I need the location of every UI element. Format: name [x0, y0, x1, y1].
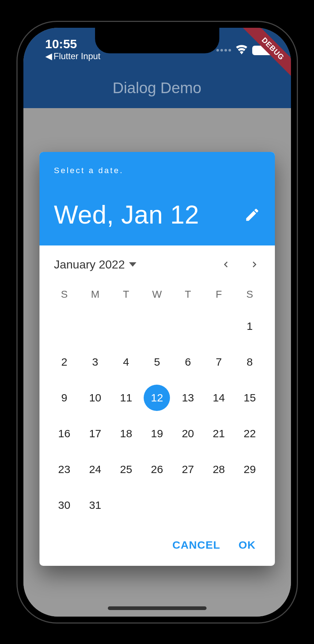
day-cell[interactable]: 14 — [206, 385, 232, 411]
dow-label: T — [113, 285, 139, 304]
dow-label: T — [175, 285, 201, 304]
prev-month-button[interactable] — [220, 259, 232, 270]
month-nav-arrows — [220, 259, 260, 270]
day-cell[interactable]: 15 — [237, 385, 263, 411]
day-cell[interactable]: 31 — [82, 492, 108, 518]
date-picker-body: January 2022 — [39, 245, 275, 529]
app-bar: Dialog Demo — [23, 68, 291, 108]
dow-label: W — [144, 285, 170, 304]
body-area: Select a date. Wed, Jan 12 January 2022 — [23, 108, 291, 617]
day-cell[interactable]: 7 — [206, 349, 232, 375]
back-label: Flutter Input — [54, 51, 101, 61]
day-cell[interactable]: 27 — [175, 456, 201, 483]
phone-frame: DEBUG 10:55 ◀ Flutter Input — [16, 21, 298, 624]
day-cell[interactable]: 20 — [175, 420, 201, 447]
breadcrumb-back[interactable]: ◀ Flutter Input — [45, 51, 101, 61]
date-picker-dialog: Select a date. Wed, Jan 12 January 2022 — [39, 152, 275, 566]
device-notch — [95, 28, 219, 53]
home-indicator[interactable] — [108, 606, 207, 610]
day-cell[interactable]: 22 — [237, 420, 263, 447]
day-cell[interactable]: 11 — [113, 385, 139, 411]
dow-label: F — [206, 285, 232, 304]
status-time: 10:55 — [45, 37, 101, 51]
day-cell-empty — [113, 313, 139, 339]
page-title: Dialog Demo — [113, 79, 201, 97]
day-cell[interactable]: 4 — [113, 349, 139, 375]
device-screen: DEBUG 10:55 ◀ Flutter Input — [23, 28, 291, 617]
day-cell[interactable]: 26 — [144, 456, 170, 483]
day-cell[interactable]: 30 — [51, 492, 77, 518]
day-cell-empty — [51, 313, 77, 339]
chevron-left-icon — [220, 259, 232, 270]
next-month-button[interactable] — [249, 259, 260, 270]
back-triangle-icon: ◀ — [45, 51, 52, 61]
day-cell-empty — [144, 313, 170, 339]
selected-date-label: Wed, Jan 12 — [54, 200, 199, 229]
day-cell[interactable]: 3 — [82, 349, 108, 375]
day-cell[interactable]: 9 — [51, 385, 77, 411]
month-nav-row: January 2022 — [49, 253, 265, 282]
day-cell[interactable]: 17 — [82, 420, 108, 447]
cancel-button[interactable]: CANCEL — [173, 539, 220, 551]
day-cell[interactable]: 6 — [175, 349, 201, 375]
dialog-actions: CANCEL OK — [39, 529, 275, 566]
day-cell[interactable]: 25 — [113, 456, 139, 483]
day-cell[interactable]: 23 — [51, 456, 77, 483]
dow-label: S — [237, 285, 263, 304]
status-left: 10:55 ◀ Flutter Input — [45, 37, 101, 61]
day-cell-empty — [82, 313, 108, 339]
day-cell[interactable]: 10 — [82, 385, 108, 411]
month-year-selector[interactable]: January 2022 — [54, 258, 137, 271]
dow-label: S — [51, 285, 77, 304]
edit-icon[interactable] — [244, 207, 260, 223]
day-cell-empty — [175, 313, 201, 339]
calendar-grid: SMTWTFS123456789101112131415161718192021… — [49, 282, 265, 529]
day-cell[interactable]: 19 — [144, 420, 170, 447]
day-cell[interactable]: 18 — [113, 420, 139, 447]
day-cell[interactable]: 8 — [237, 349, 263, 375]
day-cell[interactable]: 13 — [175, 385, 201, 411]
date-picker-help-text: Select a date. — [54, 166, 260, 175]
day-cell[interactable]: 24 — [82, 456, 108, 483]
wifi-icon — [235, 43, 248, 57]
chevron-right-icon — [249, 259, 260, 270]
signal-dots-icon — [216, 49, 231, 52]
day-cell[interactable]: 2 — [51, 349, 77, 375]
date-picker-header: Select a date. Wed, Jan 12 — [39, 152, 275, 245]
day-cell[interactable]: 29 — [237, 456, 263, 483]
day-cell[interactable]: 12 — [144, 385, 170, 411]
dow-label: M — [82, 285, 108, 304]
ok-button[interactable]: OK — [239, 539, 256, 551]
date-picker-date-row: Wed, Jan 12 — [54, 200, 260, 229]
chevron-down-icon — [129, 262, 136, 267]
day-cell[interactable]: 5 — [144, 349, 170, 375]
day-cell-empty — [206, 313, 232, 339]
day-cell[interactable]: 1 — [237, 313, 263, 339]
month-year-label: January 2022 — [54, 258, 125, 271]
day-cell[interactable]: 21 — [206, 420, 232, 447]
day-cell[interactable]: 16 — [51, 420, 77, 447]
day-cell[interactable]: 28 — [206, 456, 232, 483]
